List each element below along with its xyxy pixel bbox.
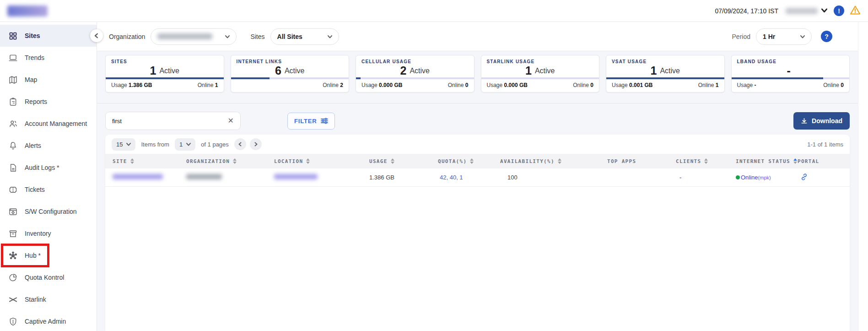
sidebar-item-trends[interactable]: Trends (0, 47, 97, 69)
filter-button[interactable]: FILTER (287, 113, 335, 130)
column-header-site[interactable]: SITE (113, 158, 186, 164)
stat-card-title: STARLINK USAGE (481, 55, 599, 64)
box-icon (8, 229, 18, 239)
sidebar-item-map[interactable]: Map (0, 69, 97, 91)
column-header-top-apps[interactable]: TOP APPS (607, 158, 676, 164)
sidebar-item-starlink[interactable]: Starlink (0, 288, 97, 310)
stat-card-title: LBAND USAGE (732, 55, 850, 64)
column-header-usage[interactable]: USAGE (369, 158, 438, 164)
usage-value: - (755, 82, 756, 88)
sidebar-item-label: Account Management (25, 120, 87, 127)
stat-card-vsat-usage[interactable]: VSAT USAGE 1Active Usage 0.001 GBOnline … (606, 55, 725, 92)
column-header-clients[interactable]: CLIENTS (676, 158, 736, 164)
items-range-label: 1-1 of 1 items (807, 141, 843, 148)
sort-icon[interactable] (306, 158, 310, 164)
usage-cell: 1.386 GB (369, 174, 438, 181)
sidebar-item-label: Captive Admin (25, 318, 66, 325)
search-input[interactable] (112, 118, 228, 125)
site-link-redacted[interactable] (113, 174, 163, 179)
clear-search-icon[interactable]: ✕ (228, 117, 234, 125)
column-header-internet-status[interactable]: INTERNET STATUS (736, 158, 798, 164)
column-header-organization[interactable]: ORGANIZATION (186, 158, 274, 164)
online-value: 0 (465, 82, 469, 88)
sidebar-item-alerts[interactable]: Alerts (0, 135, 97, 157)
sort-icon[interactable] (130, 158, 134, 164)
period-select[interactable]: 1 Hr (756, 28, 812, 45)
sites-select[interactable]: All Sites (270, 28, 339, 45)
sliders-icon (321, 117, 328, 125)
stat-card-sites[interactable]: SITES 1Active Usage 1.386 GBOnline 1 (105, 55, 224, 92)
table-row[interactable]: 1.386 GB 42, 40, 1 100 - Online (mpk) (105, 168, 850, 187)
sidebar-item-captive-admin[interactable]: Captive Admin (0, 310, 97, 331)
stat-card-cellular-usage[interactable]: CELLULAR USAGE 2Active Usage 0.000 GBOnl… (356, 55, 474, 92)
sidebar-item-label: Sites (25, 32, 40, 39)
notification-icon[interactable]: ! (834, 5, 844, 16)
quota-cell[interactable]: 42, 40, 1 (438, 174, 500, 181)
download-button-label: Download (812, 117, 842, 125)
sidebar-item-audit-logs[interactable]: Audit Logs * (0, 157, 97, 179)
top-bar: 07/09/2024, 17:10 IST ! (0, 0, 868, 22)
sort-icon[interactable] (704, 158, 708, 164)
online-label: Online (448, 82, 464, 88)
sort-icon[interactable] (558, 158, 561, 164)
pagination-bar: 15 Items from 1 of 1 pages 1- (105, 135, 850, 154)
user-menu-chevron-down-icon[interactable] (821, 7, 827, 15)
filter-button-label: FILTER (294, 118, 317, 125)
stat-card-starlink-usage[interactable]: STARLINK USAGE 1Active Usage 0.000 GBOnl… (481, 55, 600, 92)
sidebar-item-hub[interactable]: Hub * (0, 244, 97, 266)
download-button[interactable]: Download (793, 112, 850, 130)
sort-icon[interactable] (470, 158, 474, 164)
column-header-location[interactable]: LOCATION (274, 158, 369, 164)
stat-card-suffix: Active (285, 67, 305, 75)
sidebar-item-sites[interactable]: Sites (0, 25, 97, 47)
sort-icon[interactable] (391, 158, 394, 164)
sidebar-item-account-management[interactable]: Account Management (0, 113, 97, 135)
sort-icon[interactable] (233, 158, 237, 164)
period-select-value: 1 Hr (763, 33, 775, 40)
starlink-x-icon (8, 295, 18, 304)
warning-icon[interactable] (850, 5, 861, 17)
online-label: Online (573, 82, 589, 88)
next-page-button[interactable] (250, 138, 262, 150)
stat-card-lband-usage[interactable]: LBAND USAGE - Usage -Online 0 (731, 55, 850, 92)
column-header-availability[interactable]: AVAILABILITY(%) (500, 158, 607, 164)
column-header-portal[interactable]: PORTAL (798, 158, 832, 164)
sort-icon-active[interactable] (793, 158, 797, 164)
stat-card-value: 1 (150, 64, 156, 77)
stat-card-title: CELLULAR USAGE (356, 55, 474, 64)
sites-label: Sites (250, 33, 264, 40)
sidebar-item-label: Reports (25, 98, 47, 105)
sidebar-item-label: Starlink (25, 296, 46, 303)
portal-link-icon[interactable] (798, 173, 832, 182)
prev-page-button[interactable] (234, 138, 246, 150)
sidebar-item-sw-configuration[interactable]: S/W Configuration (0, 201, 97, 222)
users-icon (8, 119, 18, 129)
sidebar-item-tickets[interactable]: Tickets (0, 179, 97, 201)
usage-label: Usage (111, 82, 127, 88)
stat-card-internet-links[interactable]: INTERNET LINKS 6Active Online 2 (231, 55, 350, 92)
page-select[interactable]: 1 (175, 138, 195, 151)
online-label: Online (698, 82, 714, 88)
sidebar-item-reports[interactable]: Reports (0, 91, 97, 113)
sidebar-item-quota-kontrol[interactable]: Quota Kontrol (0, 266, 97, 288)
online-value: 2 (340, 82, 343, 88)
stat-card-value: 1 (651, 64, 657, 77)
column-header-quota[interactable]: QUOTA(%) (438, 158, 500, 164)
location-link-redacted[interactable] (274, 174, 318, 179)
global-filter-bar: Organization Sites All Sites Period 1 Hr… (97, 22, 868, 51)
search-box[interactable]: ✕ (105, 112, 241, 130)
online-label: Online (823, 82, 839, 88)
online-value: 1 (716, 82, 719, 88)
sidebar-collapse-button[interactable] (90, 29, 103, 42)
sidebar-item-inventory[interactable]: Inventory (0, 222, 97, 244)
help-icon[interactable]: ? (821, 31, 832, 42)
online-value: 0 (841, 82, 844, 88)
usage-value: 1.386 GB (129, 82, 152, 88)
sidebar-item-label: Alerts (25, 142, 41, 149)
organization-select[interactable] (151, 28, 237, 45)
usage-label: Usage (487, 82, 503, 88)
map-icon (8, 75, 18, 85)
scrollbar-track[interactable] (858, 22, 868, 331)
sidebar: Sites Trends Map Reports Account Managem… (0, 22, 97, 331)
page-size-select[interactable]: 15 (112, 138, 135, 151)
